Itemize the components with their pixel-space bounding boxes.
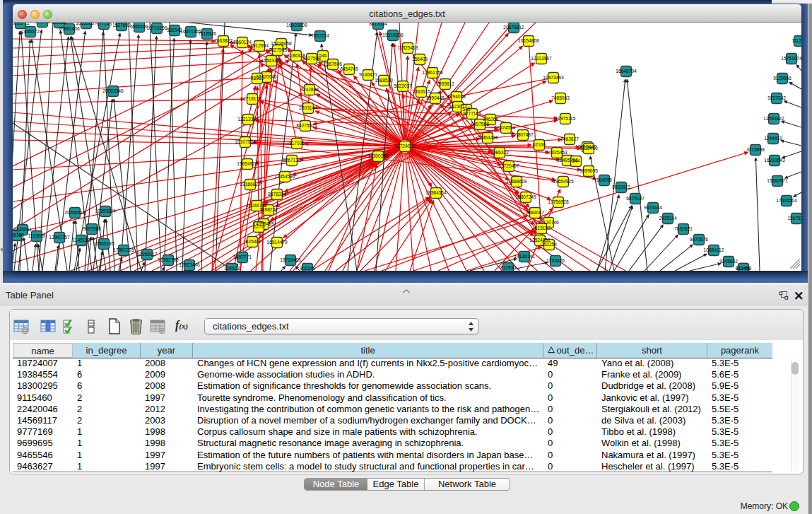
svg-text:252254: 252254: [541, 242, 557, 247]
svg-text:12213389: 12213389: [237, 117, 259, 122]
svg-text:7857224: 7857224: [311, 33, 329, 38]
svg-text:16782759: 16782759: [158, 257, 179, 262]
svg-text:1405572: 1405572: [21, 29, 40, 34]
svg-text:1145119: 1145119: [73, 238, 90, 243]
svg-text:8990448: 8990448: [426, 95, 445, 100]
svg-text:9899695: 9899695: [579, 168, 598, 173]
svg-text:902341: 902341: [300, 266, 315, 271]
svg-text:8912954: 8912954: [250, 43, 269, 48]
svg-text:9245652: 9245652: [719, 259, 738, 264]
svg-text:8878334: 8878334: [268, 192, 286, 197]
svg-text:9463627: 9463627: [560, 136, 579, 141]
svg-text:18807249: 18807249: [515, 194, 536, 199]
svg-text:104523: 104523: [224, 266, 240, 271]
svg-text:1527602: 1527602: [112, 23, 131, 28]
svg-text:917006: 917006: [289, 141, 305, 146]
svg-text:912450: 912450: [736, 266, 751, 271]
svg-text:1615152: 1615152: [532, 226, 551, 230]
svg-text:6966160: 6966160: [130, 24, 148, 29]
svg-text:20053346: 20053346: [102, 88, 124, 93]
svg-text:8454749: 8454749: [340, 66, 358, 71]
svg-text:2803144: 2803144: [299, 105, 317, 110]
svg-text:16210643: 16210643: [764, 158, 785, 163]
svg-text:9115460: 9115460: [579, 146, 598, 151]
svg-text:6794028: 6794028: [447, 94, 466, 99]
svg-text:16543362: 16543362: [261, 58, 282, 63]
svg-text:1244419: 1244419: [764, 136, 782, 141]
svg-text:19654925: 19654925: [553, 179, 574, 184]
svg-text:1272: 1272: [254, 224, 264, 229]
svg-text:19756928: 19756928: [548, 199, 569, 204]
svg-text:19166829: 19166829: [240, 182, 261, 187]
svg-text:7485063: 7485063: [551, 95, 570, 100]
svg-text:98961: 98961: [251, 76, 264, 81]
svg-text:6879197: 6879197: [626, 196, 645, 201]
svg-text:844: 844: [572, 158, 579, 163]
svg-text:977143: 977143: [96, 23, 112, 26]
svg-text:5933923: 5933923: [612, 185, 630, 189]
svg-text:9129966: 9129966: [773, 76, 792, 81]
svg-text:12942757: 12942757: [49, 235, 70, 240]
svg-text:10973493: 10973493: [543, 75, 564, 80]
svg-text:9227342: 9227342: [767, 95, 786, 100]
svg-text:1435061: 1435061: [13, 227, 32, 232]
svg-text:3624554: 3624554: [497, 125, 515, 130]
svg-text:10961758: 10961758: [422, 70, 443, 75]
svg-text:15716465: 15716465: [280, 257, 301, 262]
svg-text:20691406: 20691406: [59, 26, 80, 31]
svg-text:11353594: 11353594: [275, 174, 295, 179]
svg-text:2367606: 2367606: [324, 62, 342, 66]
svg-text:189122: 189122: [52, 23, 67, 25]
svg-text:16648794: 16648794: [616, 69, 637, 74]
svg-text:9146821: 9146821: [359, 72, 377, 77]
svg-text:5822037: 5822037: [394, 83, 412, 88]
svg-text:1362615: 1362615: [412, 89, 430, 94]
svg-text:11325419: 11325419: [398, 45, 418, 50]
svg-text:12975115: 12975115: [555, 116, 576, 121]
svg-text:7955812: 7955812: [436, 81, 454, 86]
svg-text:16033809: 16033809: [286, 23, 307, 28]
svg-text:62160: 62160: [533, 142, 546, 147]
svg-text:7632621: 7632621: [674, 226, 693, 231]
svg-text:10807487: 10807487: [512, 132, 534, 137]
svg-text:9242848: 9242848: [300, 87, 319, 92]
svg-text:10025453: 10025453: [546, 150, 567, 155]
svg-text:2718176: 2718176: [243, 96, 261, 101]
svg-text:18300295: 18300295: [367, 153, 389, 158]
svg-text:9097568: 9097568: [83, 226, 101, 231]
svg-text:17016504: 17016504: [776, 198, 797, 203]
svg-text:15692971: 15692971: [767, 178, 788, 183]
svg-text:111265: 111265: [792, 38, 801, 43]
svg-text:10719155: 10719155: [146, 25, 167, 30]
svg-text:3215958: 3215958: [746, 147, 765, 152]
svg-text:8860124: 8860124: [233, 40, 252, 45]
svg-text:20364436: 20364436: [477, 135, 498, 140]
svg-text:10958117: 10958117: [137, 252, 158, 257]
svg-text:16120746: 16120746: [538, 220, 559, 225]
svg-text:2935114: 2935114: [659, 216, 677, 221]
svg-text:746266: 746266: [483, 117, 498, 122]
svg-text:15226058: 15226058: [271, 41, 292, 46]
svg-text:10688609: 10688609: [506, 179, 527, 184]
svg-text:17359924: 17359924: [95, 209, 116, 214]
svg-text:7625402: 7625402: [243, 239, 261, 244]
svg-text:10107554: 10107554: [235, 139, 256, 144]
svg-text:20206516: 20206516: [64, 210, 86, 215]
svg-text:9474444: 9474444: [644, 205, 662, 210]
svg-text:7515526: 7515526: [198, 31, 216, 36]
svg-text:19384554: 19384554: [425, 190, 447, 195]
svg-text:20876812: 20876812: [503, 25, 524, 30]
svg-text:9084067: 9084067: [526, 210, 544, 215]
svg-text:19218506: 19218506: [382, 33, 404, 37]
svg-text:12923446: 12923446: [179, 262, 200, 267]
svg-text:812930: 812930: [500, 265, 516, 270]
svg-text:1167533: 1167533: [787, 216, 801, 221]
svg-text:19654925: 19654925: [237, 161, 258, 166]
svg-text:939159: 939159: [13, 233, 24, 238]
svg-text:156409: 156409: [412, 57, 428, 62]
svg-text:8427552: 8427552: [296, 123, 314, 128]
svg-text:1498222: 1498222: [259, 207, 278, 212]
svg-text:10654112: 10654112: [704, 247, 724, 252]
svg-text:9327503: 9327503: [269, 47, 287, 52]
svg-text:9327508: 9327508: [302, 56, 321, 61]
